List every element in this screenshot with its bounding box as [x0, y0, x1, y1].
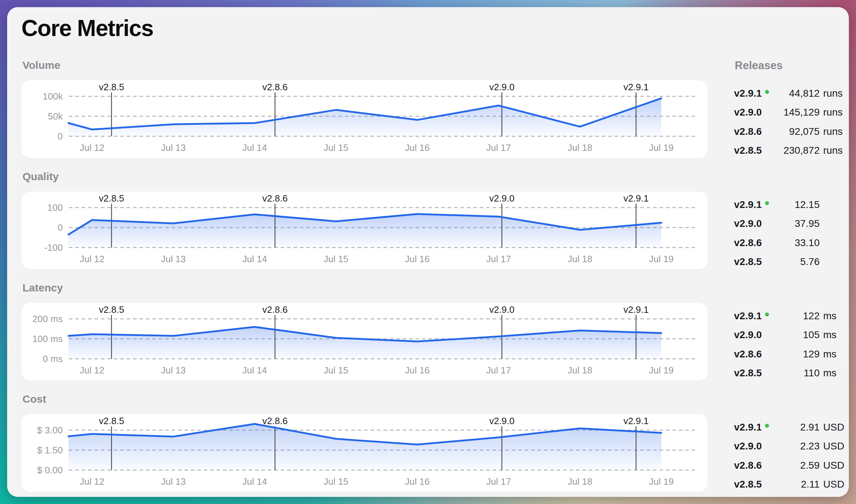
x-tick-label: Jul 18 [567, 476, 592, 487]
release-version: v2.9.0 [734, 329, 762, 341]
current-release-dot [765, 201, 769, 205]
release-unit: USD [823, 460, 844, 471]
releases-group-cost: v2.9.12.91USDv2.9.02.23USDv2.8.62.59USDv… [734, 414, 845, 494]
release-version: v2.8.6 [734, 460, 762, 471]
release-row: v2.8.633.10 [734, 233, 845, 253]
release-value: 129 [803, 348, 820, 360]
page-title: Core Metrics [21, 15, 153, 41]
current-release-dot [765, 90, 769, 94]
latency-chart-card: 200 ms100 ms0 msv2.8.5v2.8.6v2.9.0v2.9.1… [21, 303, 708, 381]
section-label-cost: Cost [22, 393, 46, 405]
release-version: v2.8.6 [734, 348, 762, 360]
x-tick-label: Jul 16 [405, 254, 429, 264]
release-row: v2.9.12.91USD [734, 418, 845, 437]
release-unit: ms [823, 367, 836, 379]
release-value: 5.76 [800, 256, 820, 268]
volume-chart-card: 100k50k0v2.8.5v2.8.6v2.9.0v2.9.1Jul 12Ju… [21, 80, 708, 158]
release-unit: runs [823, 88, 842, 99]
x-tick-label: Jul 14 [242, 365, 267, 376]
x-tick-label: Jul 19 [649, 476, 673, 487]
x-tick-label: Jul 19 [649, 254, 673, 264]
x-tick-label: Jul 14 [242, 254, 267, 264]
releases-group-latency: v2.9.1122msv2.9.0105msv2.8.6129msv2.8.51… [734, 303, 845, 383]
x-tick-label: Jul 12 [80, 142, 104, 153]
x-tick-label: Jul 16 [405, 476, 429, 487]
quality-chart: 1000-100v2.8.5v2.8.6v2.9.0v2.9.1Jul 12Ju… [21, 192, 708, 269]
x-tick-label: Jul 18 [567, 365, 592, 376]
release-version: v2.9.0 [734, 107, 762, 118]
y-tick-label: $ 0.00 [37, 465, 63, 475]
release-row: v2.9.037.95 [734, 214, 845, 234]
release-row: v2.8.62.59USD [734, 456, 845, 475]
release-row: v2.8.6129ms [734, 345, 845, 364]
y-tick-label: -100 [44, 242, 63, 253]
release-row: v2.9.0105ms [734, 326, 845, 345]
release-marker-label: v2.9.0 [489, 82, 515, 92]
release-version-wrap: v2.8.5 [734, 367, 762, 379]
x-tick-label: Jul 17 [486, 142, 511, 153]
y-tick-label: $ 1.50 [37, 445, 63, 455]
release-marker-label: v2.9.0 [489, 304, 515, 315]
x-tick-label: Jul 18 [567, 254, 592, 264]
x-tick-label: Jul 13 [161, 476, 185, 487]
y-tick-label: 0 [58, 131, 63, 142]
release-version-wrap: v2.8.6 [734, 348, 762, 360]
release-unit: USD [823, 479, 844, 490]
release-unit: runs [823, 126, 842, 137]
section-label-quality: Quality [22, 170, 59, 183]
release-unit: runs [823, 145, 842, 156]
release-marker-label: v2.9.1 [623, 82, 649, 92]
release-marker-label: v2.8.5 [99, 416, 124, 426]
release-unit: ms [823, 348, 836, 360]
release-version: v2.9.1 [734, 422, 762, 433]
x-tick-label: Jul 12 [80, 365, 104, 376]
x-tick-label: Jul 18 [567, 142, 592, 153]
release-version-wrap: v2.8.6 [734, 126, 762, 137]
release-marker-label: v2.9.1 [623, 193, 649, 204]
release-version-wrap: v2.9.1 [734, 88, 769, 99]
x-tick-label: Jul 15 [323, 142, 348, 153]
release-value: 122 [803, 310, 820, 322]
releases-group-quality: v2.9.112.15v2.9.037.95v2.8.633.10v2.8.55… [734, 192, 845, 271]
x-tick-label: Jul 19 [649, 365, 673, 376]
section-label-volume: Volume [22, 59, 60, 71]
release-value: 92,075 [789, 126, 820, 137]
release-value: 12.15 [795, 199, 820, 210]
release-value: 2.23 [800, 441, 820, 452]
release-row: v2.8.692,075runs [734, 122, 845, 141]
x-tick-label: Jul 12 [80, 254, 104, 264]
release-value: 37.95 [795, 218, 820, 229]
release-row: v2.9.0145,129runs [734, 103, 845, 122]
release-value: 230,872 [784, 145, 820, 156]
release-row: v2.9.144,812runs [734, 84, 845, 103]
release-version: v2.8.6 [734, 237, 762, 249]
release-row: v2.9.1122ms [734, 306, 845, 326]
y-tick-label: 0 [58, 222, 63, 233]
cost-chart: $ 3.00$ 1.50$ 0.00v2.8.5v2.8.6v2.9.0v2.9… [21, 414, 708, 492]
release-marker-label: v2.8.6 [263, 304, 288, 315]
dashboard-surface: Core Metrics Releases Volume100k50k0v2.8… [7, 7, 849, 497]
release-version-wrap: v2.9.1 [734, 422, 769, 433]
quality-chart-card: 1000-100v2.8.5v2.8.6v2.9.0v2.9.1Jul 12Ju… [21, 192, 708, 269]
x-tick-label: Jul 14 [242, 142, 267, 153]
release-version: v2.9.1 [734, 88, 762, 99]
release-value: 44,812 [789, 88, 820, 99]
section-label-latency: Latency [22, 282, 63, 294]
app-window: Core Metrics Releases Volume100k50k0v2.8… [0, 0, 856, 504]
release-marker-label: v2.8.6 [263, 416, 288, 426]
release-value: 145,129 [784, 107, 820, 118]
release-version-wrap: v2.9.0 [734, 329, 762, 341]
release-row: v2.9.02.23USD [734, 437, 845, 456]
y-tick-label: 100 ms [32, 334, 63, 344]
release-marker-label: v2.8.6 [263, 193, 288, 204]
y-tick-label: 100 [47, 202, 63, 213]
x-tick-label: Jul 17 [486, 476, 511, 487]
y-tick-label: 0 ms [43, 353, 63, 364]
y-tick-label: 50k [48, 111, 63, 122]
release-value: 105 [803, 329, 820, 341]
release-value: 2.59 [800, 460, 820, 471]
release-unit: USD [823, 422, 844, 433]
release-version: v2.8.5 [734, 145, 762, 156]
x-tick-label: Jul 13 [161, 142, 185, 153]
release-unit: ms [823, 329, 836, 341]
